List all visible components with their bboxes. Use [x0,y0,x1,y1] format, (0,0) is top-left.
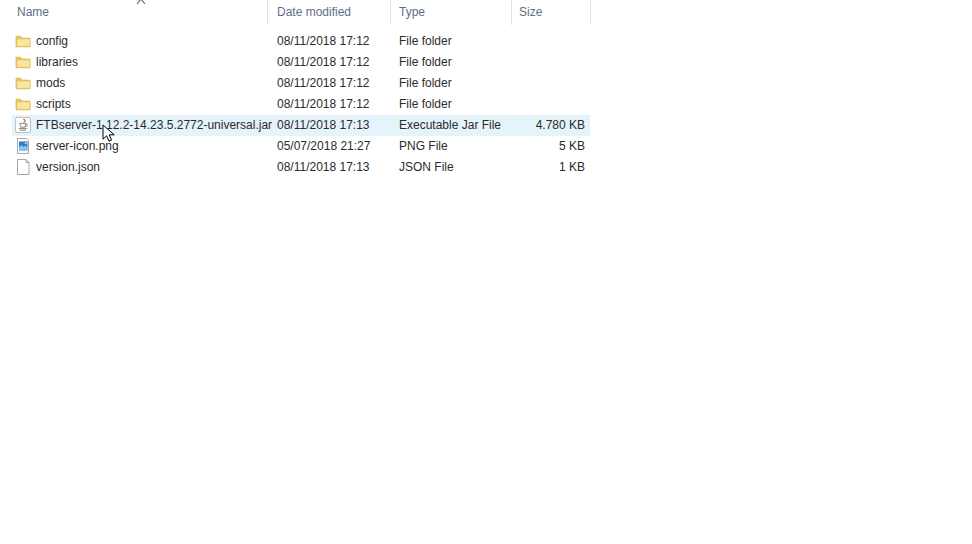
file-name-cell: config [36,31,68,52]
size-cell [511,31,585,52]
type-cell: File folder [399,31,452,52]
folder-icon [15,33,31,49]
folder-icon [15,96,31,112]
column-separator[interactable] [511,0,512,25]
column-headers: Name Date modified Type Size [0,0,972,25]
folder-icon [15,54,31,70]
date-modified-cell: 08/11/2018 17:12 [277,73,370,94]
date-modified-cell: 08/11/2018 17:13 [277,157,370,178]
type-cell: File folder [399,94,452,115]
json-file-icon [15,159,31,175]
size-cell: 4.780 KB [511,115,585,136]
file-name-cell: mods [36,73,65,94]
file-name-cell: libraries [36,52,78,73]
column-header-date-modified[interactable]: Date modified [277,0,351,25]
size-cell [511,94,585,115]
column-header-type[interactable]: Type [399,0,425,25]
date-modified-cell: 08/11/2018 17:13 [277,115,370,136]
column-header-size[interactable]: Size [519,0,542,25]
type-cell: File folder [399,73,452,94]
column-header-name[interactable]: Name [17,0,49,25]
table-row[interactable]: config 08/11/2018 17:12 File folder [0,31,972,52]
column-separator[interactable] [590,0,591,25]
table-row[interactable]: FTBserver-1.12.2-14.23.5.2772-universal.… [0,115,972,136]
table-row[interactable]: mods 08/11/2018 17:12 File folder [0,73,972,94]
file-name-cell: server-icon.png [36,136,119,157]
type-cell: PNG File [399,136,448,157]
jar-file-icon [15,117,31,133]
file-name-cell: scripts [36,94,71,115]
size-cell: 5 KB [511,136,585,157]
folder-icon [15,75,31,91]
table-row[interactable]: version.json 08/11/2018 17:13 JSON File … [0,157,972,178]
column-header-name-label: Name [17,5,49,19]
table-row[interactable]: server-icon.png 05/07/2018 21:27 PNG Fil… [0,136,972,157]
column-header-type-label: Type [399,5,425,19]
size-cell: 1 KB [511,157,585,178]
date-modified-cell: 05/07/2018 21:27 [277,136,370,157]
size-cell [511,73,585,94]
table-row[interactable]: scripts 08/11/2018 17:12 File folder [0,94,972,115]
date-modified-cell: 08/11/2018 17:12 [277,31,370,52]
size-cell [511,52,585,73]
column-header-size-label: Size [519,5,542,19]
column-separator[interactable] [267,0,268,25]
type-cell: Executable Jar File [399,115,501,136]
png-file-icon [15,138,31,154]
file-name-cell: FTBserver-1.12.2-14.23.5.2772-universal.… [36,115,272,136]
column-separator[interactable] [390,0,391,25]
file-explorer-list-view: { "columns": { "name": { "label": "Name"… [0,0,972,544]
date-modified-cell: 08/11/2018 17:12 [277,52,370,73]
chevron-up-icon [135,0,147,6]
file-name-cell: version.json [36,157,100,178]
type-cell: JSON File [399,157,454,178]
table-row[interactable]: libraries 08/11/2018 17:12 File folder [0,52,972,73]
column-header-date-label: Date modified [277,5,351,19]
date-modified-cell: 08/11/2018 17:12 [277,94,370,115]
type-cell: File folder [399,52,452,73]
